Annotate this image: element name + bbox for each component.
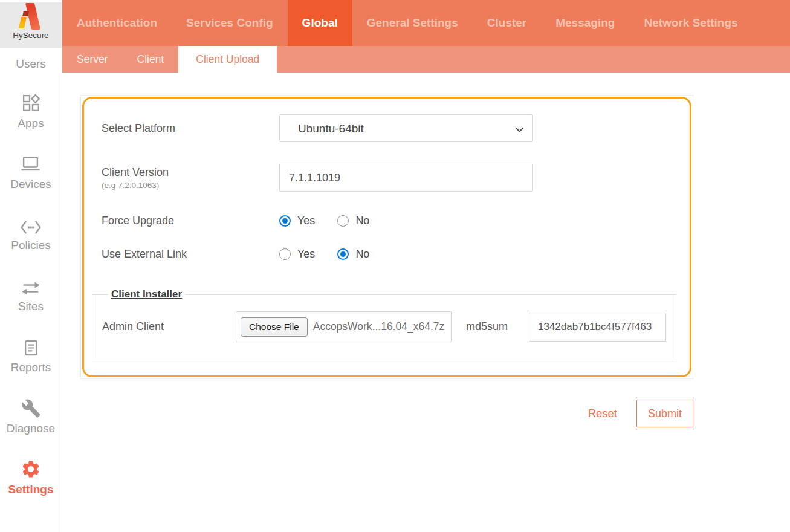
sidebar-item-apps[interactable]: Apps — [18, 91, 44, 131]
client-upload-panel: Select Platform Ubuntu-64bit — [80, 95, 693, 379]
nav-item-global[interactable]: Global — [288, 0, 352, 46]
client-installer-fieldset: Client Installer Admin Client Choose Fil… — [92, 288, 676, 358]
radio-unselected-icon — [337, 215, 349, 227]
choose-file-button[interactable]: Choose File — [241, 317, 308, 337]
sidebar-item-devices[interactable]: Devices — [10, 152, 51, 192]
subnav-item-client-upload[interactable]: Client Upload — [178, 46, 277, 73]
force-upgrade-no-radio[interactable]: No — [337, 215, 369, 227]
hysecure-logo[interactable]: HySecure — [0, 2, 62, 48]
client-version-hint: (e.g 7.2.0.1063) — [102, 181, 279, 190]
admin-client-label: Admin Client — [102, 320, 236, 333]
secondary-nav: Server Client Client Upload — [62, 46, 790, 73]
logo-stroke-big — [25, 3, 40, 30]
sidebar-item-label: Sites — [18, 299, 44, 314]
radio-selected-icon — [337, 248, 349, 260]
client-installer-title: Client Installer — [108, 288, 185, 300]
subnav-item-client[interactable]: Client — [123, 46, 179, 73]
nav-item-general-settings[interactable]: General Settings — [352, 0, 473, 46]
accops-logo-icon — [12, 2, 50, 30]
client-version-label: Client Version — [102, 166, 169, 178]
use-external-link-row: Use External Link Yes No — [84, 247, 678, 261]
sidebar-item-settings[interactable]: Settings — [8, 458, 54, 497]
sidebar: HySecure Users Apps — [0, 0, 62, 532]
nav-item-authentication[interactable]: Authentication — [62, 0, 172, 46]
sidebar-item-label: Policies — [11, 238, 50, 253]
select-platform-row: Select Platform Ubuntu-64bit — [84, 114, 678, 142]
form-actions: Reset Submit — [80, 400, 693, 427]
subnav-item-server[interactable]: Server — [62, 46, 123, 73]
sidebar-item-label: Settings — [8, 482, 54, 497]
force-upgrade-label: Force Upgrade — [102, 215, 174, 227]
client-version-input[interactable] — [279, 164, 533, 192]
sidebar-item-label: Diagnose — [7, 421, 55, 436]
client-version-row: Client Version (e.g 7.2.0.1063) — [84, 164, 678, 192]
primary-nav: Authentication Services Config Global Ge… — [62, 0, 790, 46]
code-brackets-icon — [19, 213, 42, 235]
selected-file-name: AccopsWork...16.04_x64.7z — [313, 320, 445, 333]
form-highlight-outline: Select Platform Ubuntu-64bit — [82, 97, 691, 377]
app-window: HySecure Users Apps — [0, 0, 790, 532]
force-upgrade-yes-radio[interactable]: Yes — [279, 215, 315, 227]
reset-button[interactable]: Reset — [588, 407, 617, 420]
laptop-icon — [19, 152, 42, 174]
sidebar-item-users[interactable]: Users — [16, 57, 46, 71]
use-external-link-no-radio[interactable]: No — [337, 248, 369, 261]
brand-name: HySecure — [0, 31, 62, 40]
apps-grid-icon — [21, 91, 41, 113]
md5sum-input[interactable] — [529, 313, 666, 342]
sidebar-nav: Users Apps — [0, 48, 62, 497]
document-icon — [22, 336, 40, 357]
sidebar-item-label: Apps — [18, 116, 44, 131]
gear-icon — [21, 458, 41, 479]
sidebar-item-sites[interactable]: Sites — [18, 274, 44, 314]
use-external-link-yes-radio[interactable]: Yes — [279, 248, 315, 261]
sidebar-item-reports[interactable]: Reports — [11, 336, 51, 375]
nav-item-cluster[interactable]: Cluster — [473, 0, 541, 46]
select-platform-label: Select Platform — [102, 122, 175, 134]
main-column: Authentication Services Config Global Ge… — [62, 0, 790, 532]
md5sum-label: md5sum — [466, 320, 509, 333]
use-external-link-label: Use External Link — [102, 248, 187, 260]
platform-select[interactable]: Ubuntu-64bit — [279, 114, 533, 142]
sidebar-item-label: Devices — [10, 177, 51, 192]
force-upgrade-row: Force Upgrade Yes No — [84, 214, 678, 227]
radio-selected-icon — [279, 215, 291, 227]
content-area: Select Platform Ubuntu-64bit — [62, 73, 790, 532]
wrench-icon — [21, 397, 41, 418]
logo-stroke-tip — [22, 11, 29, 16]
swap-arrows-icon — [20, 274, 42, 296]
sidebar-item-policies[interactable]: Policies — [11, 213, 50, 253]
sidebar-item-label: Reports — [11, 360, 51, 375]
admin-client-file-input[interactable]: Choose File AccopsWork...16.04_x64.7z — [236, 311, 452, 342]
sidebar-item-label: Users — [16, 57, 46, 71]
logo-stroke-small — [19, 17, 27, 28]
radio-unselected-icon — [279, 248, 291, 260]
submit-button[interactable]: Submit — [636, 400, 693, 427]
nav-item-services-config[interactable]: Services Config — [172, 0, 288, 46]
nav-item-network-settings[interactable]: Network Settings — [629, 0, 752, 46]
admin-client-row: Admin Client Choose File AccopsWork...16… — [102, 311, 666, 342]
sidebar-item-diagnose[interactable]: Diagnose — [7, 397, 55, 436]
nav-item-messaging[interactable]: Messaging — [541, 0, 629, 46]
